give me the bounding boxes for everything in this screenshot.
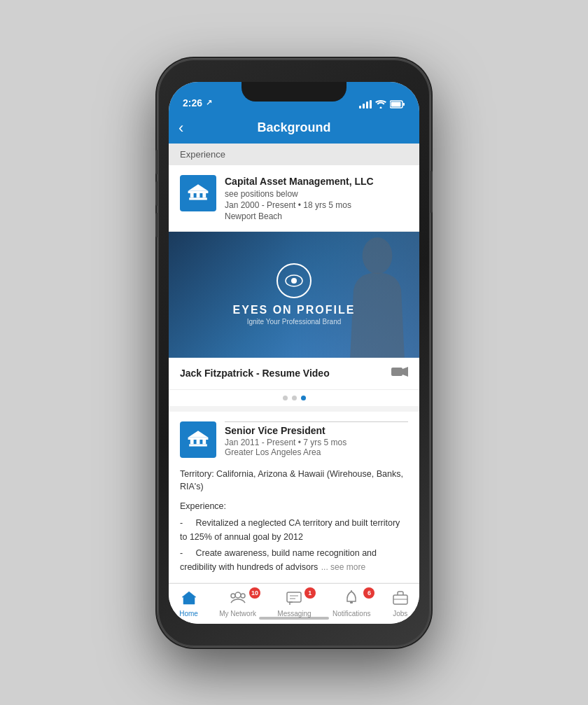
svg-rect-2 (403, 103, 405, 106)
svg-marker-8 (188, 184, 209, 191)
bullet-2: - Create awareness, build name recogniti… (180, 546, 408, 574)
signal-bar-3 (366, 102, 368, 109)
messaging-badge: 1 (304, 587, 316, 599)
network-svg (230, 590, 246, 606)
building-icon (187, 182, 209, 204)
nav-network[interactable]: 10 My Network (214, 587, 262, 620)
nav-home[interactable]: Home (174, 587, 204, 620)
home-icon (181, 590, 197, 608)
signal-bars (359, 100, 372, 109)
eye-icon (276, 263, 312, 298)
svg-rect-24 (287, 592, 301, 602)
video-subtitle-overlay: Ignite Your Professional Brand (247, 318, 342, 326)
position-divider (225, 421, 408, 422)
network-label: My Network (219, 610, 256, 617)
company-card[interactable]: Capital Asset Management, LLC see positi… (169, 165, 419, 232)
status-time: 2:26 ↗ (183, 97, 212, 109)
svg-point-11 (291, 278, 297, 284)
home-indicator (259, 617, 329, 620)
territory-text: Territory: California, Arizona & Hawaii … (180, 468, 408, 494)
dot-1[interactable] (283, 396, 288, 400)
position-card[interactable]: Senior Vice President Jan 2011 - Present… (169, 412, 419, 468)
company-location: Newport Beach (225, 211, 408, 221)
svg-rect-7 (188, 190, 209, 193)
position-building-icon (187, 428, 209, 451)
company-subtitle: see positions below (225, 189, 408, 199)
messaging-icon (286, 590, 302, 608)
company-name: Capital Asset Management, LLC (225, 175, 408, 188)
video-caption-text: Jack Fitzpatrick - Resume Video (180, 368, 330, 379)
location-arrow: ↗ (206, 98, 212, 107)
nav-notifications[interactable]: 6 Notifications (327, 587, 376, 620)
position-logo (180, 421, 216, 458)
see-more-link[interactable]: ... see more (321, 562, 365, 572)
section-label-text: Experience (180, 149, 225, 160)
nav-messaging[interactable]: 1 Messaging (272, 587, 316, 620)
description-block: Territory: California, Arizona & Hawaii … (169, 468, 419, 582)
svg-point-22 (231, 594, 235, 598)
bullet-1-text: - (180, 518, 192, 528)
notch (241, 82, 346, 102)
video-card[interactable]: EYES ON PROFILE Ignite Your Professional… (169, 232, 419, 390)
svg-marker-20 (182, 592, 196, 604)
camera-svg (391, 366, 408, 377)
svg-rect-14 (189, 444, 207, 446)
network-icon (230, 590, 246, 608)
svg-rect-27 (350, 601, 353, 603)
bullet-2-text: - (180, 548, 192, 558)
exp-label-text: Experience: (180, 501, 226, 511)
app-header: ‹ Background (169, 113, 419, 144)
home-label: Home (179, 610, 198, 617)
jobs-svg (392, 590, 409, 606)
experience-section-header: Experience (169, 144, 419, 165)
wifi-icon (375, 100, 386, 109)
jobs-icon (392, 590, 409, 608)
video-overlay: EYES ON PROFILE Ignite Your Professional… (169, 232, 419, 358)
dot-2[interactable] (292, 396, 297, 400)
experience-label: Experience: (180, 499, 408, 513)
home-svg (181, 590, 197, 606)
svg-rect-1 (391, 102, 401, 106)
video-thumbnail: EYES ON PROFILE Ignite Your Professional… (169, 232, 419, 358)
notifications-badge: 6 (363, 587, 374, 599)
svg-point-23 (241, 594, 245, 598)
notifications-svg (343, 590, 360, 606)
dot-3[interactable] (301, 396, 306, 400)
svg-rect-18 (188, 437, 209, 439)
position-title: Senior Vice President (225, 425, 408, 436)
svg-rect-12 (391, 368, 402, 376)
svg-point-21 (235, 592, 241, 598)
notifications-icon (343, 590, 360, 608)
position-info: Senior Vice President Jan 2011 - Present… (225, 421, 408, 458)
battery-icon (390, 100, 405, 109)
phone-screen: 2:26 ↗ (169, 82, 419, 624)
bullet-1-content: Revitalized a neglected CA territory and… (180, 518, 400, 542)
video-camera-icon (391, 366, 408, 381)
company-dates: Jan 2000 - Present • 18 yrs 5 mos (225, 200, 408, 210)
signal-bar-1 (359, 106, 361, 109)
jobs-label: Jobs (393, 610, 407, 617)
video-caption[interactable]: Jack Fitzpatrick - Resume Video (169, 358, 419, 390)
notifications-label: Notifications (332, 610, 370, 617)
eye-svg (285, 274, 303, 287)
status-icons (359, 100, 405, 109)
position-location: Greater Los Angeles Area (225, 447, 408, 457)
phone-wrapper: 2:26 ↗ (158, 59, 430, 647)
back-button[interactable]: ‹ (178, 119, 183, 137)
network-badge: 10 (249, 587, 260, 599)
signal-bar-2 (363, 104, 365, 109)
messaging-svg (286, 590, 302, 606)
svg-marker-13 (402, 367, 408, 377)
phone-shell: 2:26 ↗ (158, 59, 430, 647)
video-title-overlay: EYES ON PROFILE (233, 304, 356, 316)
header-title: Background (257, 120, 330, 135)
bullet-1: - Revitalized a neglected CA territory a… (180, 516, 408, 544)
company-logo (180, 175, 216, 211)
company-info: Capital Asset Management, LLC see positi… (225, 175, 408, 221)
nav-jobs[interactable]: Jobs (386, 587, 414, 620)
signal-bar-4 (370, 100, 372, 109)
position-dates: Jan 2011 - Present • 7 yrs 5 mos (225, 438, 408, 447)
svg-marker-19 (188, 431, 209, 438)
time-display: 2:26 (183, 97, 202, 109)
carousel-dots (169, 390, 419, 406)
